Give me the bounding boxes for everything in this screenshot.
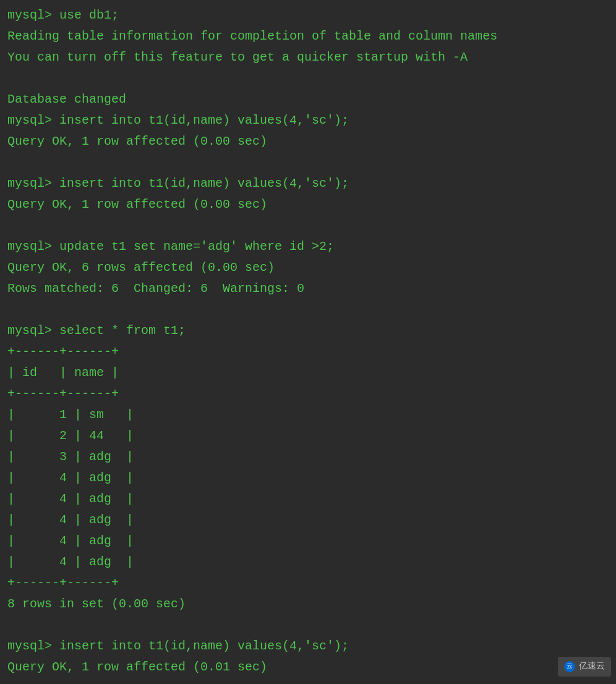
terminal-line: mysql> insert into t1(id,name) values(4,… — [7, 110, 609, 131]
terminal-line: | 4 | adg | — [7, 489, 609, 510]
terminal-line: Query OK, 1 row affected (0.00 sec) — [7, 131, 609, 152]
watermark-badge: 云 亿速云 — [558, 657, 611, 677]
terminal-line: 8 rows in set (0.00 sec) — [7, 594, 609, 615]
terminal-line: | 4 | adg | — [7, 531, 609, 552]
terminal-line: | 4 | adg | — [7, 552, 609, 573]
terminal-line: | 4 | adg | — [7, 510, 609, 531]
terminal-line: mysql> select * from t1; — [7, 320, 609, 341]
terminal-line: mysql> use db1; — [7, 5, 609, 26]
terminal-line: mysql> insert into t1(id,name) values(4,… — [7, 173, 609, 194]
terminal-line: You can turn off this feature to get a q… — [7, 47, 609, 68]
terminal-line: Query OK, 1 row affected (0.01 sec) — [7, 657, 609, 678]
terminal-line: Reading table information for completion… — [7, 26, 609, 47]
terminal-line: +------+------+ — [7, 573, 609, 594]
terminal-line: Rows matched: 6 Changed: 6 Warnings: 0 — [7, 278, 609, 299]
terminal-line — [7, 68, 609, 89]
terminal-line: +------+------+ — [7, 341, 609, 362]
watermark-text: 亿速云 — [579, 659, 605, 674]
terminal-line — [7, 215, 609, 236]
terminal-line: | 1 | sm | — [7, 404, 609, 425]
watermark-icon: 云 — [564, 661, 575, 672]
terminal-line — [7, 299, 609, 320]
terminal-line — [7, 152, 609, 173]
terminal-line: mysql> insert into t1(id,name) values(4,… — [7, 636, 609, 657]
terminal-line: Database changed — [7, 89, 609, 110]
terminal-line: | 2 | 44 | — [7, 425, 609, 447]
terminal-line: mysql> update t1 set name='adg' where id… — [7, 236, 609, 257]
terminal-line: | id | name | — [7, 362, 609, 383]
terminal-line: Query OK, 1 row affected (0.00 sec) — [7, 194, 609, 215]
terminal-line: +------+------+ — [7, 383, 609, 404]
terminal-line: | 4 | adg | — [7, 468, 609, 489]
terminal-line — [7, 615, 609, 636]
terminal-line: Query OK, 6 rows affected (0.00 sec) — [7, 257, 609, 278]
terminal-content: mysql> use db1;Reading table information… — [7, 5, 609, 678]
terminal-line: | 3 | adg | — [7, 447, 609, 468]
terminal-window: mysql> use db1;Reading table information… — [0, 0, 616, 684]
